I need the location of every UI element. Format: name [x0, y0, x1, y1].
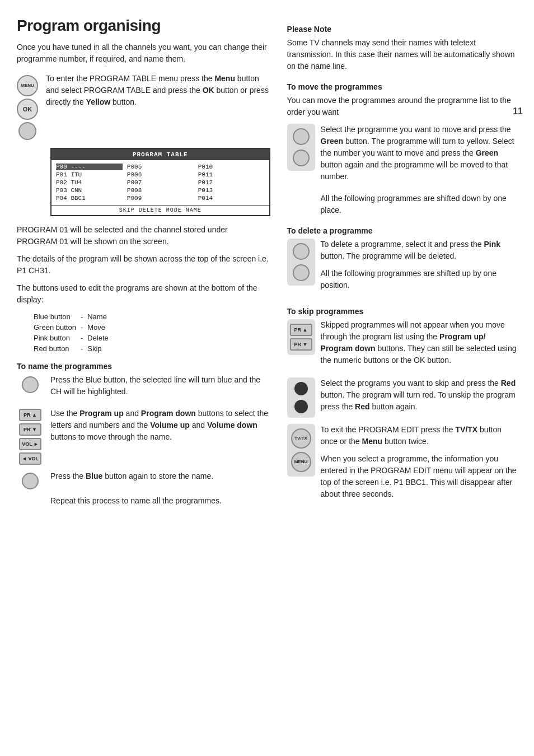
pt-cell: P02 TU4	[56, 179, 123, 186]
move-section: To move the programmes You can move the …	[287, 82, 517, 216]
please-note-heading: Please Note	[287, 25, 517, 34]
button-name: Red button	[34, 343, 81, 354]
pt-cell: P010	[198, 164, 265, 170]
please-note-section: Please Note Some TV channels may send th…	[287, 25, 517, 72]
pt-cell: P012	[198, 179, 265, 186]
dot-icon-1	[294, 382, 308, 395]
button-action: Delete	[87, 333, 113, 343]
move-step2-text: All the following programmes are shifted…	[321, 193, 517, 216]
name-section-heading: To name the programmes	[17, 362, 270, 371]
name-step3-text: Press the Blue button again to store the…	[50, 470, 213, 482]
button-row: Green button - Move	[34, 322, 113, 333]
pt-cell: P009	[127, 195, 194, 202]
program-table: PROGRAM TABLE P00 ---- P005 P010 P01 ITU…	[50, 148, 270, 216]
intro-p1: Once you have tuned in all the channels …	[17, 41, 270, 65]
circle-icon-move1	[293, 128, 310, 145]
button-dash: -	[81, 311, 87, 322]
delete-step2-text: All the following programmes are shifted…	[321, 268, 517, 291]
pt-cell: P005	[127, 164, 194, 170]
circle-icon-name3	[22, 473, 39, 489]
skip-step2-text: Select the programs you want to skip and…	[321, 377, 517, 413]
pt-cell: P013	[198, 187, 265, 194]
skip-step1-row: PR ▲ PR ▼ Skipped programmes will not ap…	[287, 319, 517, 372]
dot-icon-2	[294, 400, 308, 413]
delete-section: To delete a programme To delete a progra…	[287, 226, 517, 297]
pt-cell: P014	[198, 195, 265, 202]
name-step1-text: Press the Blue button, the selected line…	[50, 374, 270, 398]
menu-ok-icons: MENU OK	[17, 75, 38, 140]
skip-step3-row: TV/TX MENU To exit the PROGRAM EDIT pres…	[287, 424, 517, 506]
move-heading: To move the programmes	[287, 82, 517, 91]
pt-cell: P01 ITU	[56, 171, 123, 178]
move-step1-row: Select the programme you want to move an…	[287, 124, 517, 188]
pt-cell: P007	[127, 179, 194, 186]
circle-icon-move2	[293, 150, 310, 166]
page-number: 11	[513, 106, 523, 116]
menu-icon-skip: MENU	[291, 452, 311, 472]
button-row: Red button - Skip	[34, 343, 113, 354]
menu-button-icon: MENU	[17, 75, 38, 96]
button-row: Pink button - Delete	[34, 333, 113, 343]
vol-right-icon: VOL ►	[19, 438, 41, 450]
pt-cell: P04 BBC1	[56, 195, 123, 202]
button-name: Pink button	[34, 333, 81, 343]
button-action: Move	[87, 322, 113, 333]
delete-step1-text: To delete a programme, select it and pre…	[321, 239, 517, 262]
circle-icon-name1	[22, 376, 39, 393]
pt-cell: P008	[127, 187, 194, 194]
pt-cell: P011	[198, 171, 265, 178]
delete-step1-row: To delete a programme, select it and pre…	[287, 239, 517, 297]
skip-section: To skip programmes PR ▲ PR ▼ Skipped pro…	[287, 307, 517, 506]
button-dash: -	[81, 343, 87, 354]
pt-cell: P006	[127, 171, 194, 178]
skip-pr-down-icon: PR ▼	[290, 338, 312, 351]
circle-button-icon	[18, 122, 36, 140]
name-step2-row: PR ▲ PR ▼ VOL ► ◄ VOL Use the Program up…	[17, 408, 270, 465]
button-dash: -	[81, 322, 87, 333]
delete-heading: To delete a programme	[287, 226, 517, 235]
pt-cell: P03 CNN	[56, 187, 123, 194]
name-step3-row: Press the Blue button again to store the…	[17, 470, 270, 489]
move-intro: You can move the programmes around the p…	[287, 95, 517, 118]
buttons-list: Blue button - Name Green button - Move P…	[34, 311, 113, 354]
button-name: Green button	[34, 322, 81, 333]
pr-down-icon: PR ▼	[19, 423, 41, 436]
tvtx-icon: TV/TX	[291, 428, 311, 449]
buttons-text: The buttons used to edit the programs ar…	[17, 282, 270, 306]
button-action: Name	[87, 311, 113, 322]
skip-step2-row: Select the programs you want to skip and…	[287, 377, 517, 418]
move-step1-text: Select the programme you want to move an…	[321, 124, 517, 183]
pt-header: PROGRAM TABLE	[51, 149, 269, 160]
skip-heading: To skip programmes	[287, 307, 517, 316]
button-dash: -	[81, 333, 87, 343]
details-text: The details of the program will be shown…	[17, 253, 270, 277]
program01-text: PROGRAM 01 will be selected and the chan…	[17, 224, 270, 248]
circle-icon-delete1	[293, 243, 310, 260]
ok-button-icon: OK	[17, 99, 38, 120]
skip-step3-text: To exit the PROGRAM EDIT press the TV/TX…	[321, 424, 517, 447]
button-action: Skip	[87, 343, 113, 354]
pt-body: P00 ---- P005 P010 P01 ITU P006 P011 P02…	[51, 160, 269, 205]
button-name: Blue button	[34, 311, 81, 322]
vol-left-icon: ◄ VOL	[19, 452, 41, 465]
circle-icon-delete2	[293, 264, 310, 281]
skip-step1-text: Skipped programmes will not appear when …	[321, 319, 517, 366]
skip-pr-up-icon: PR ▲	[290, 324, 312, 336]
pt-footer: SKIP DELETE MODE NAME	[51, 205, 269, 215]
menu-instruction-text: To enter the PROGRAM TABLE menu press th…	[46, 73, 270, 108]
pt-cell: P00 ----	[56, 164, 123, 170]
page-title: Program organising	[17, 17, 270, 35]
name-step4-text: Repeat this process to name all the prog…	[50, 495, 270, 507]
pr-up-icon: PR ▲	[19, 409, 41, 421]
button-row: Blue button - Name	[34, 311, 113, 322]
please-note-text: Some TV channels may send their names wi…	[287, 37, 517, 72]
name-step2-text: Use the Program up and Program down butt…	[50, 408, 270, 443]
skip-step4-text: When you select a programme, the informa…	[321, 453, 517, 500]
name-step1-row: Press the Blue button, the selected line…	[17, 374, 270, 403]
